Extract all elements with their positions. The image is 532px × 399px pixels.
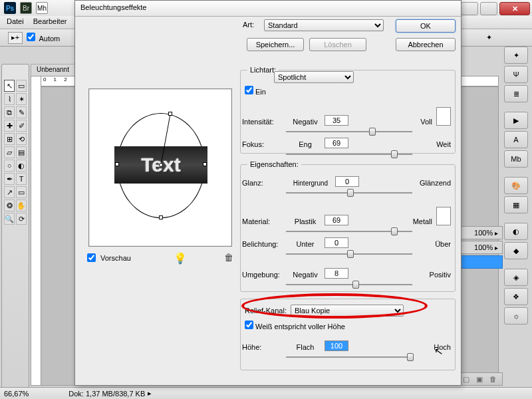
- glanz-slider[interactable]: [286, 188, 412, 198]
- umgebung-label: Umgebung:: [242, 271, 286, 279]
- umgebung-value[interactable]: [325, 268, 348, 279]
- bridge-icon[interactable]: Br: [20, 2, 32, 14]
- type-tool[interactable]: T: [16, 173, 27, 185]
- window-minimize-button[interactable]: [461, 2, 478, 15]
- panel-icon[interactable]: ▶: [504, 112, 528, 129]
- cancel-button[interactable]: Abbrechen: [396, 38, 456, 51]
- neg-label: Negativ: [286, 118, 325, 126]
- folder-icon[interactable]: ▢: [463, 375, 469, 384]
- panel-icon[interactable]: ✦: [504, 47, 528, 64]
- preview-area[interactable]: Text: [88, 88, 232, 247]
- trash-icon[interactable]: 🗑: [489, 375, 497, 383]
- lasso-tool[interactable]: ⌇: [4, 93, 15, 105]
- ambient-color-swatch[interactable]: [436, 207, 451, 225]
- autom-checkbox[interactable]: Autom: [27, 33, 60, 43]
- trash-icon[interactable]: 🗑: [224, 252, 233, 263]
- gradient-tool[interactable]: ▤: [16, 146, 27, 158]
- rotate-tool[interactable]: ⟳: [16, 213, 27, 225]
- panel-icon[interactable]: ▦: [504, 196, 528, 213]
- new-icon[interactable]: ▣: [476, 375, 483, 384]
- fokus-slider[interactable]: [286, 150, 412, 159]
- zoom-level[interactable]: 66,67%: [4, 390, 29, 398]
- wand-tool[interactable]: ✶: [16, 93, 27, 105]
- ok-button[interactable]: OK: [396, 19, 456, 33]
- metall-label: Metall: [413, 217, 432, 225]
- shape-tool[interactable]: ▭: [16, 186, 27, 198]
- window-close-button[interactable]: ✕: [499, 2, 530, 15]
- fokus-label: Fokus:: [242, 140, 286, 148]
- panel-icon[interactable]: ≣: [504, 85, 528, 102]
- panel-icon[interactable]: A: [504, 131, 528, 148]
- move-tool[interactable]: ↖: [4, 80, 15, 92]
- doc-size-menu[interactable]: ▸: [148, 389, 152, 398]
- intensitat-slider[interactable]: [286, 127, 412, 136]
- dialog-title: Beleuchtungseffekte: [75, 1, 461, 17]
- glanz-label: Glanz:: [242, 179, 286, 187]
- unter-label: Unter: [286, 240, 325, 248]
- intensitat-value[interactable]: [325, 115, 348, 126]
- belichtung-label: Belichtung:: [242, 240, 286, 248]
- panel-icon[interactable]: 🎨: [504, 177, 528, 194]
- window-maximize-button[interactable]: [480, 2, 497, 15]
- marquee-tool[interactable]: ▭: [16, 80, 27, 92]
- stamp-tool[interactable]: ⊞: [4, 133, 15, 145]
- pen-tool[interactable]: ✒: [4, 173, 15, 185]
- panel-icon[interactable]: ◈: [504, 269, 528, 286]
- voll-label: Voll: [420, 118, 432, 126]
- move-tool-icon[interactable]: ▸+: [8, 32, 23, 44]
- art-select[interactable]: Standard: [264, 19, 384, 31]
- blur-tool[interactable]: ○: [4, 160, 15, 172]
- intensitat-label: Intensität:: [242, 118, 286, 126]
- material-value[interactable]: [325, 215, 348, 225]
- umgebung-slider[interactable]: [286, 280, 412, 289]
- panel-icon[interactable]: ◆: [504, 242, 528, 259]
- panel-icon[interactable]: ◐: [504, 223, 528, 240]
- relief-kanal-select[interactable]: Blau Kopie: [291, 305, 404, 317]
- heal-tool[interactable]: ✚: [4, 120, 15, 132]
- positiv-label: Positiv: [430, 271, 451, 279]
- hohe-value[interactable]: [325, 340, 348, 351]
- hintergrund-label: Hintergrund: [286, 180, 335, 187]
- minibridge-icon[interactable]: Mh: [36, 2, 48, 14]
- fokus-value[interactable]: [325, 138, 348, 148]
- hand-tool[interactable]: ✋: [16, 200, 27, 211]
- preview-checkbox[interactable]: Vorschau: [87, 253, 131, 262]
- hohe-slider[interactable]: [286, 352, 412, 362]
- 3d-tool[interactable]: ❂: [4, 200, 15, 211]
- material-slider[interactable]: [286, 227, 412, 236]
- hohe-label: Höhe:: [242, 343, 286, 351]
- document-tab[interactable]: Unbenannt: [31, 64, 75, 76]
- csxs-icon[interactable]: ✦: [486, 33, 492, 42]
- crop-tool[interactable]: ⧉: [4, 106, 15, 118]
- history-brush-tool[interactable]: ⟲: [16, 133, 27, 145]
- relief-kanal-label: Relief-Kanal:: [245, 307, 287, 315]
- doc-size: Dok: 1,37 MB/838,7 KB: [68, 390, 145, 398]
- panel-icon[interactable]: ☼: [504, 307, 528, 325]
- glanz-value[interactable]: [335, 176, 359, 187]
- path-tool[interactable]: ↗: [4, 186, 15, 198]
- panel-icon[interactable]: Mb: [504, 150, 528, 168]
- tools-panel: ↖▭ ⌇✶ ⧉✎ ✚✐ ⊞⟲ ▱▤ ○◐ ✒T ↗▭ ❂✋ 🔍⟳: [1, 64, 29, 398]
- dodge-tool[interactable]: ◐: [16, 160, 27, 172]
- menu-datei[interactable]: Datei: [7, 17, 24, 27]
- lichtart-select[interactable]: Spotlicht: [274, 71, 354, 83]
- menu-bearbeiten[interactable]: Bearbeiter: [33, 17, 67, 27]
- art-label: Art:: [243, 21, 254, 29]
- eraser-tool[interactable]: ▱: [4, 146, 15, 158]
- eyedropper-tool[interactable]: ✎: [16, 106, 27, 118]
- flach-label: Flach: [286, 343, 325, 351]
- lightbulb-icon[interactable]: 💡: [174, 252, 187, 265]
- belichtung-slider[interactable]: [286, 249, 412, 259]
- panel-icon[interactable]: Ψ: [504, 66, 528, 83]
- zoom-tool[interactable]: 🔍: [4, 213, 15, 225]
- photoshop-icon: Ps: [4, 2, 16, 14]
- panel-icon[interactable]: ❖: [504, 288, 528, 305]
- save-button[interactable]: Speichern...: [247, 38, 304, 51]
- weit-label: Weit: [436, 140, 451, 148]
- weiss-checkbox[interactable]: Weiß entspricht voller Höhe: [245, 321, 345, 331]
- belichtung-value[interactable]: [325, 237, 348, 248]
- ein-checkbox[interactable]: Ein: [245, 86, 266, 96]
- brush-tool[interactable]: ✐: [16, 120, 27, 132]
- uber-label: Über: [435, 240, 451, 248]
- light-color-swatch[interactable]: [436, 107, 451, 126]
